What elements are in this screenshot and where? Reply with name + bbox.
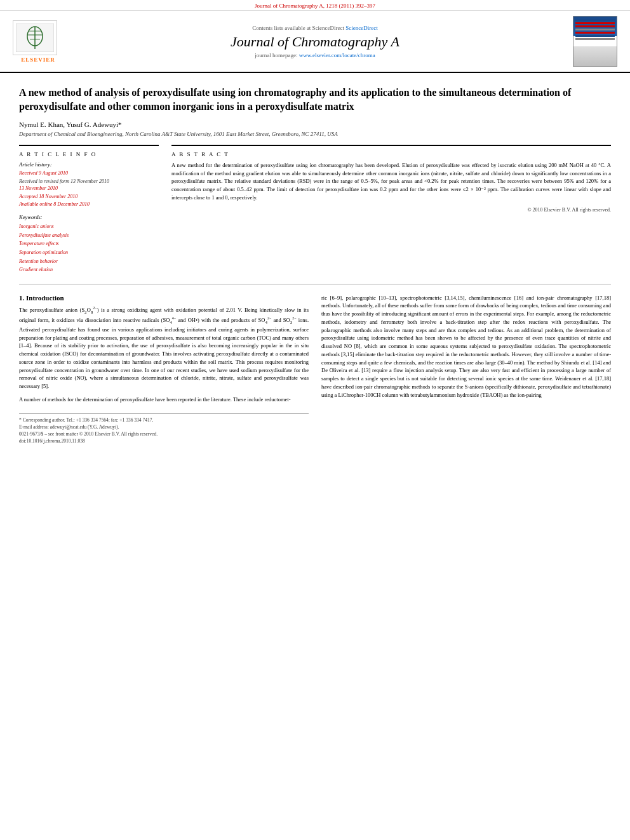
sciencedirect-text: Contents lists available at ScienceDirec…: [64, 25, 566, 31]
journal-homepage: journal homepage: www.elsevier.com/locat…: [64, 52, 566, 58]
article-history: Article history: Received 9 August 2010 …: [19, 161, 159, 209]
email-text: E-mail address: adewuyi@ncat.edu (Y.G. A…: [19, 424, 119, 430]
keyword-3: Temperature effects: [19, 239, 159, 248]
received-date: Received 9 August 2010: [19, 170, 159, 178]
article-info-abstract-section: A R T I C L E I N F O Article history: R…: [19, 145, 611, 274]
cover-line-1: [575, 19, 615, 21]
footnote-corresponding: * Corresponding author. Tel.: +1 336 334…: [19, 417, 309, 423]
sciencedirect-link[interactable]: ScienceDirect: [345, 25, 377, 31]
header-center: Contents lists available at ScienceDirec…: [64, 25, 566, 58]
contents-text: Contents lists available at ScienceDirec…: [252, 25, 344, 31]
copyright-text: © 2010 Elsevier B.V. All rights reserved…: [171, 207, 611, 213]
journal-reference-bar: Journal of Chromatography A, 1218 (2011)…: [0, 0, 630, 11]
abstract-label: A B S T R A C T: [171, 151, 611, 157]
intro-right-text: ric [6–9], polarographic [10–13], spectr…: [321, 294, 611, 399]
corresponding-author-text: * Corresponding author. Tel.: +1 336 334…: [19, 417, 153, 423]
cover-lines: [575, 19, 615, 40]
cover-line-2: [575, 22, 615, 24]
cover-line-5: [575, 32, 615, 34]
keywords-section: Keywords: Inorganic anions Peroxydisulfa…: [19, 214, 159, 274]
history-label: Article history:: [19, 161, 159, 168]
keyword-5: Retention behavior: [19, 257, 159, 266]
footnote-email: E-mail address: adewuyi@ncat.edu (Y.G. A…: [19, 424, 309, 430]
cover-line-4: [575, 29, 615, 30]
abstract-column: A B S T R A C T A new method for the det…: [171, 145, 611, 274]
available-date: Available online 8 December 2010: [19, 201, 159, 209]
journal-title: Journal of Chromatography A: [64, 34, 566, 50]
cover-placeholder: [573, 16, 617, 67]
introduction-heading: 1. Introduction: [19, 294, 309, 302]
cover-line-7: [575, 38, 615, 40]
intro-paragraph-2: A number of methods for the determinatio…: [19, 396, 309, 404]
cover-line-6: [575, 35, 615, 37]
keywords-label: Keywords:: [19, 214, 159, 220]
body-right-column: ric [6–9], polarographic [10–13], spectr…: [321, 294, 611, 445]
keyword-6: Gradient elution: [19, 265, 159, 274]
revised-date: 13 November 2010: [19, 185, 159, 193]
accepted-date: Accepted 18 November 2010: [19, 193, 159, 201]
intro-paragraph-1: The peroxydisulfate anion (S2O82−) is a …: [19, 305, 309, 390]
footnote-doi: doi:10.1016/j.chroma.2010.11.038: [19, 438, 309, 444]
article-info-label: A R T I C L E I N F O: [19, 151, 159, 157]
authors: Nymul E. Khan, Yusuf G. Adewuyi*: [19, 121, 611, 128]
journal-ref-text: Journal of Chromatography A, 1218 (2011)…: [255, 3, 375, 9]
footnote-section: * Corresponding author. Tel.: +1 336 334…: [19, 413, 309, 444]
elsevier-logo-svg: [16, 23, 54, 52]
keyword-2: Peroxydisulfate analysis: [19, 231, 159, 240]
affiliation: Department of Chemical and Bioengineerin…: [19, 131, 611, 137]
doi-text: doi:10.1016/j.chroma.2010.11.038: [19, 438, 85, 444]
journal-header: ELSEVIER Contents lists available at Sci…: [0, 11, 630, 73]
journal-cover-image: [573, 16, 617, 67]
main-content: A new method of analysis of peroxydisulf…: [0, 73, 630, 455]
article-info-column: A R T I C L E I N F O Article history: R…: [19, 145, 159, 274]
author-names: Nymul E. Khan, Yusuf G. Adewuyi*: [19, 121, 122, 128]
body-content: 1. Introduction The peroxydisulfate anio…: [19, 294, 611, 445]
elsevier-logo: ELSEVIER: [13, 20, 64, 63]
elsevier-wordmark: ELSEVIER: [13, 57, 64, 63]
article-title: A new method of analysis of peroxydisulf…: [19, 86, 611, 114]
footnote-issn: 0021-9673/$ – see front matter © 2010 El…: [19, 431, 309, 437]
elsevier-logo-box: [13, 20, 57, 55]
keyword-1: Inorganic anions: [19, 222, 159, 231]
abstract-text: A new method for the determination of pe…: [171, 161, 611, 202]
homepage-url[interactable]: www.elsevier.com/locate/chroma: [299, 52, 375, 58]
section-divider: [19, 284, 611, 284]
homepage-label: journal homepage:: [255, 52, 297, 58]
keyword-4: Separation optimization: [19, 248, 159, 257]
received-revised-label: Received in revised form 13 November 201…: [19, 178, 159, 185]
body-left-column: 1. Introduction The peroxydisulfate anio…: [19, 294, 309, 445]
cover-line-3: [575, 25, 615, 27]
